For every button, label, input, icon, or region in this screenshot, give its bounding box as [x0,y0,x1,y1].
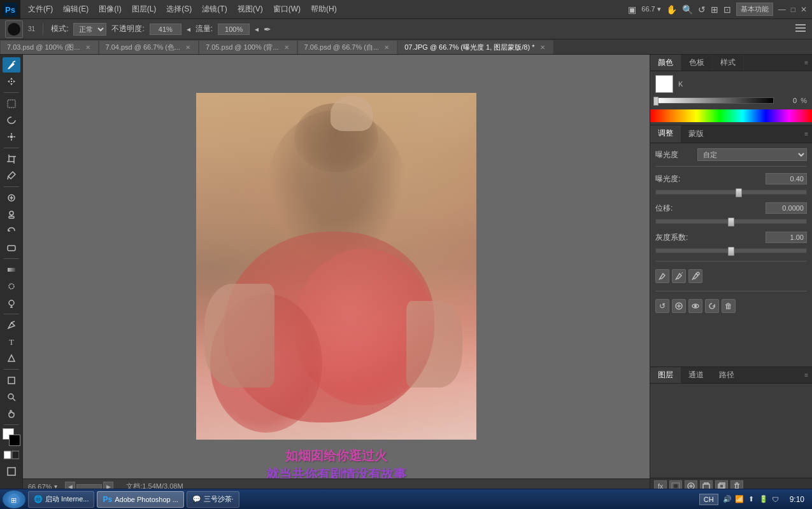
offset-value[interactable] [766,202,807,214]
color-swatch[interactable] [3,428,20,446]
menu-filter[interactable]: 滤镜(T) [197,1,232,17]
tray-icon-2[interactable]: 📶 [734,494,744,505]
tab-swatches[interactable]: 色板 [681,55,713,71]
healing-tool[interactable] [3,190,20,206]
move-tool[interactable] [3,74,20,89]
magic-wand-tool[interactable] [3,129,20,144]
type-tool[interactable]: T [3,334,20,349]
gradient-tool[interactable] [3,262,20,277]
exposure-value[interactable] [766,173,807,185]
blur-tool[interactable] [3,279,20,294]
offset-slider[interactable] [655,219,807,224]
tab-mask[interactable]: 蒙版 [681,126,711,142]
taskbar-ps-btn[interactable]: Ps Adobe Photoshop ... [97,491,183,508]
adj-eye-btn[interactable] [688,299,702,313]
color-panel-menu[interactable]: ≡ [801,57,812,69]
marquee-tool[interactable] [3,96,20,111]
adj-panel-menu[interactable]: ≡ [801,128,812,140]
menu-image[interactable]: 图像(I) [94,1,126,17]
tray-icon-5[interactable]: 🛡 [771,494,781,505]
tab-3[interactable]: 7.06.psd @ 66.7% (自... ✕ [297,40,398,54]
close-btn[interactable]: ✕ [801,5,807,14]
brush-preview[interactable] [5,20,23,38]
color-spectrum[interactable] [650,109,812,122]
adj-reset-btn[interactable]: ↺ [655,299,669,313]
preset-select[interactable]: 自定 [697,148,807,161]
maximize-btn[interactable]: □ [791,5,795,14]
eyedropper-tool[interactable] [3,168,20,183]
exposure-slider-thumb[interactable] [736,188,742,197]
dodge-tool[interactable] [3,295,20,310]
tab-styles[interactable]: 样式 [713,55,744,71]
menu-edit[interactable]: 编辑(E) [58,1,94,17]
menu-layer[interactable]: 图层(L) [127,1,162,17]
eraser-tool[interactable] [3,240,20,255]
tab-0[interactable]: 7.03.psd @ 100% (图... ✕ [0,40,99,54]
history-brush-tool[interactable] [3,223,20,239]
crop-tool[interactable] [3,151,20,167]
minimize-btn[interactable]: — [778,5,786,14]
exposure-slider[interactable] [655,190,807,195]
settings-icon[interactable] [794,22,807,36]
mode-select[interactable]: 正常 [73,23,106,36]
pen-tool[interactable] [3,317,20,333]
background-color[interactable] [9,435,20,446]
adj-clip-btn[interactable] [672,299,686,313]
menu-help[interactable]: 帮助(H) [306,1,342,17]
path-select-tool[interactable] [3,351,20,366]
tray-icon-3[interactable]: ⬆ [746,494,757,505]
k-slider-thumb[interactable] [653,97,659,106]
hand-tool[interactable] [3,406,20,421]
shape-tool[interactable] [3,373,20,388]
workspace-selector[interactable]: 基本功能 [736,3,773,16]
start-button[interactable]: ⊞ [3,491,25,508]
stamp-tool[interactable] [3,207,20,222]
menu-view[interactable]: 视图(V) [232,1,268,17]
gamma-slider[interactable] [655,248,807,253]
airbrush-icon[interactable]: ✒ [264,24,271,34]
offset-slider-thumb[interactable] [728,218,734,227]
tray-icon-4[interactable]: 🔋 [759,494,769,505]
tab-close-4[interactable]: ✕ [539,44,546,52]
eyedropper-btn-2[interactable] [672,269,686,283]
tab-color[interactable]: 颜色 [650,55,681,71]
screen-mode-tool[interactable] [3,464,20,479]
tab-adjustments[interactable]: 调整 [650,125,681,143]
eyedropper-btn-1[interactable] [655,269,669,283]
taskbar-ie-btn[interactable]: 🌐 启动 Interne... [28,491,94,508]
tray-icon-1[interactable]: 🔊 [722,494,732,505]
gamma-slider-thumb[interactable] [728,247,734,256]
tab-close-1[interactable]: ✕ [184,44,192,52]
rotate-icon[interactable]: ↺ [698,4,706,15]
brush-tool[interactable] [3,57,20,73]
tab-4[interactable]: 07.JPG @ 66.7% (曝光度 1, 图层蒙版/8) * ✕ [397,40,553,54]
opacity-input[interactable] [150,24,182,35]
adjust-icon[interactable]: ⊡ [723,4,731,15]
menu-select[interactable]: 选择(S) [161,1,197,17]
opacity-slider-icon[interactable]: ◂ [187,25,190,34]
tab-close-3[interactable]: ✕ [383,44,390,52]
main-color-swatch[interactable] [655,75,673,93]
tab-close-0[interactable]: ✕ [84,44,92,52]
hand-tool-icon[interactable]: ✋ [666,4,677,15]
lasso-tool[interactable] [3,113,20,128]
zoom-tool-icon[interactable]: 🔍 [682,4,693,15]
layers-panel-menu[interactable]: ≡ [801,369,812,381]
adj-delete-btn[interactable]: 🗑 [722,299,736,313]
gamma-value[interactable] [766,232,807,243]
zoom-tool[interactable] [3,389,20,405]
menu-window[interactable]: 窗口(W) [268,1,306,17]
menu-file[interactable]: 文件(F) [23,1,58,17]
adj-refresh-btn[interactable] [705,299,719,313]
taskbar-chat-btn[interactable]: 💬 三号沙茶· [187,491,239,508]
k-slider[interactable] [655,97,774,104]
layers-content[interactable] [650,384,812,478]
tab-1[interactable]: 7.04.psd @ 66.7% (色... ✕ [99,40,199,54]
eyedropper-btn-3[interactable] [688,269,702,283]
quick-mask-tool[interactable] [3,447,20,463]
canvas-scroll[interactable]: 如烟囱给你逛过火 就当共你有剧情没有故事 [23,55,650,494]
tab-close-2[interactable]: ✕ [283,44,290,52]
flow-input[interactable] [218,24,250,35]
tab-paths[interactable]: 路径 [711,367,742,383]
flow-slider-icon[interactable]: ◂ [255,25,259,34]
